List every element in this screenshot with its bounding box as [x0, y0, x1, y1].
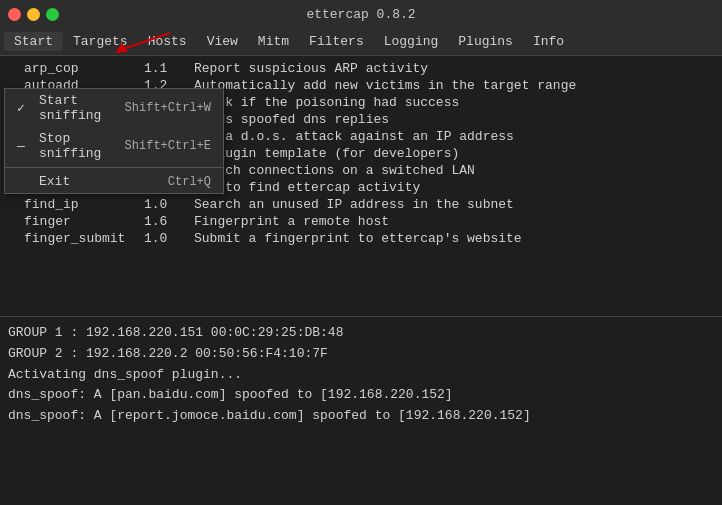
start-sniffing-shortcut: Shift+Ctrl+W — [125, 101, 211, 115]
exit-label: Exit — [39, 174, 160, 189]
menu-logging[interactable]: Logging — [374, 32, 449, 51]
plugin-desc: A plugin template (for developers) — [194, 146, 714, 161]
plugin-desc: Try to find ettercap activity — [194, 180, 714, 195]
menu-view[interactable]: View — [197, 32, 248, 51]
status-line: dns_spoof: A [report.jomoce.baidu.com] s… — [8, 406, 714, 427]
plugin-desc: Automatically add new victims in the tar… — [194, 78, 714, 93]
plugin-name: finger_submit — [24, 231, 144, 246]
dropdown-divider — [5, 167, 223, 168]
window-title: ettercap 0.8.2 — [306, 7, 415, 22]
menu-plugins[interactable]: Plugins — [448, 32, 523, 51]
menu-filters[interactable]: Filters — [299, 32, 374, 51]
status-line: dns_spoof: A [pan.baidu.com] spoofed to … — [8, 385, 714, 406]
table-row[interactable]: arp_cop 1.1 Report suspicious ARP activi… — [0, 60, 722, 77]
menu-exit[interactable]: Exit Ctrl+Q — [5, 170, 223, 193]
plugin-desc: Sends spoofed dns replies — [194, 112, 714, 127]
plugin-desc: Report suspicious ARP activity — [194, 61, 714, 76]
plugin-version: 1.0 — [144, 197, 194, 212]
menubar: Start ✓ Start sniffing Shift+Ctrl+W — St… — [0, 28, 722, 56]
plugin-name: find_ip — [24, 197, 144, 212]
dash-mark: — — [17, 139, 31, 154]
menu-stop-sniffing[interactable]: — Stop sniffing Shift+Ctrl+E — [5, 127, 223, 165]
status-line: GROUP 2 : 192.168.220.2 00:50:56:F4:10:7… — [8, 344, 714, 365]
status-line: Activating dns_spoof plugin... — [8, 365, 714, 386]
plugin-version: 1.6 — [144, 214, 194, 229]
titlebar: ettercap 0.8.2 — [0, 0, 722, 28]
plugin-desc: Check if the poisoning had success — [194, 95, 714, 110]
plugin-name: finger — [24, 214, 144, 229]
plugin-desc: Fingerprint a remote host — [194, 214, 714, 229]
plugin-desc: Run a d.o.s. attack against an IP addres… — [194, 129, 714, 144]
status-line: GROUP 1 : 192.168.220.151 00:0C:29:25:DB… — [8, 323, 714, 344]
table-row[interactable]: find_ip 1.0 Search an unused IP address … — [0, 196, 722, 213]
plugin-desc: Search connections on a switched LAN — [194, 163, 714, 178]
menu-start-sniffing[interactable]: ✓ Start sniffing Shift+Ctrl+W — [5, 89, 223, 127]
menu-hosts[interactable]: Hosts — [138, 32, 197, 51]
plugin-version: 1.1 — [144, 61, 194, 76]
check-mark: ✓ — [17, 100, 31, 116]
window-buttons — [8, 8, 59, 21]
minimize-button[interactable] — [27, 8, 40, 21]
plugin-desc: Submit a fingerprint to ettercap's websi… — [194, 231, 714, 246]
plugin-name: arp_cop — [24, 61, 144, 76]
start-sniffing-label: Start sniffing — [39, 93, 117, 123]
table-row[interactable]: finger_submit 1.0 Submit a fingerprint t… — [0, 230, 722, 247]
status-area: GROUP 1 : 192.168.220.151 00:0C:29:25:DB… — [0, 316, 722, 461]
menu-start[interactable]: Start ✓ Start sniffing Shift+Ctrl+W — St… — [4, 32, 63, 51]
start-dropdown: ✓ Start sniffing Shift+Ctrl+W — Stop sni… — [4, 88, 224, 194]
menu-targets[interactable]: Targets — [63, 32, 138, 51]
close-button[interactable] — [8, 8, 21, 21]
table-row[interactable]: finger 1.6 Fingerprint a remote host — [0, 213, 722, 230]
plugin-desc: Search an unused IP address in the subne… — [194, 197, 714, 212]
plugin-version: 1.0 — [144, 231, 194, 246]
menu-mitm[interactable]: Mitm — [248, 32, 299, 51]
maximize-button[interactable] — [46, 8, 59, 21]
menu-info[interactable]: Info — [523, 32, 574, 51]
stop-sniffing-shortcut: Shift+Ctrl+E — [125, 139, 211, 153]
stop-sniffing-label: Stop sniffing — [39, 131, 117, 161]
exit-shortcut: Ctrl+Q — [168, 175, 211, 189]
